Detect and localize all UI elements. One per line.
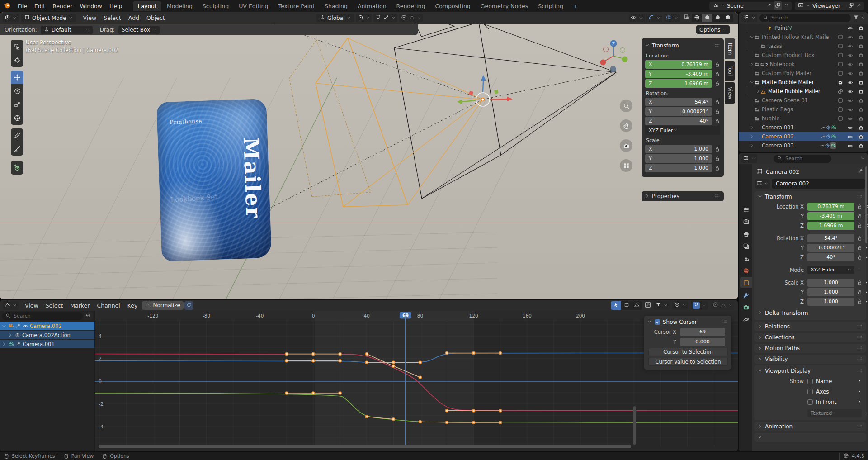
tool-cursor3d-button[interactable] xyxy=(11,53,23,67)
close-icon[interactable] xyxy=(856,3,861,9)
keyframe[interactable] xyxy=(392,365,395,367)
keyframe[interactable] xyxy=(499,409,502,412)
field-y[interactable]: -0.000021° xyxy=(807,244,854,252)
outliner-row-custom-poly-mailer[interactable]: Custom Poly Mailer xyxy=(739,69,868,78)
pivot-point-dropdown[interactable] xyxy=(356,14,372,22)
n-panel-tab-view[interactable]: View xyxy=(725,82,735,104)
field-z[interactable]: 1.6966 m xyxy=(807,222,854,230)
outliner-row-camera-002[interactable]: Camera.002 xyxy=(739,132,868,141)
copy-icon[interactable] xyxy=(774,1,782,10)
workspace-tab-uv-editing[interactable]: UV Editing xyxy=(234,1,273,11)
outliner-row-point[interactable]: Point xyxy=(739,24,868,33)
pin-icon[interactable] xyxy=(766,3,772,9)
properties-tab-world[interactable] xyxy=(740,265,752,276)
n-panel-tab-tool[interactable]: Tool xyxy=(725,61,735,80)
outliner-row-tazas[interactable]: tazas xyxy=(739,42,868,51)
keyframe[interactable] xyxy=(285,392,288,394)
checkbox-axes[interactable] xyxy=(807,389,813,394)
keyframe[interactable] xyxy=(312,392,315,394)
outliner-row-camera-scene-01[interactable]: Camera Scene 01 xyxy=(739,96,868,105)
workspace-tab-rendering[interactable]: Rendering xyxy=(392,1,430,11)
keyframe[interactable] xyxy=(285,360,288,362)
topbar-menu-window[interactable]: Window xyxy=(76,2,106,10)
display-as-dropdown[interactable]: Textured xyxy=(807,409,862,417)
workspace-tab-shading[interactable]: Shading xyxy=(320,1,352,11)
filter-toggle-button[interactable] xyxy=(84,312,93,320)
auto-normalize-refresh-button[interactable] xyxy=(184,301,193,310)
proportional-editing-controls[interactable] xyxy=(399,14,423,22)
graph-horizontal-scrollbar[interactable] xyxy=(99,445,631,448)
keyframe[interactable] xyxy=(312,352,315,355)
copy-icon[interactable] xyxy=(848,2,854,9)
keyframe[interactable] xyxy=(365,415,368,418)
graph-menu-view[interactable]: View xyxy=(21,301,42,310)
workspace-tab-layout[interactable]: Layout xyxy=(133,1,161,11)
properties-search[interactable] xyxy=(774,155,831,163)
orientation-dropdown[interactable]: Default xyxy=(41,26,93,34)
mode-dropdown[interactable]: Object Mode xyxy=(21,14,76,22)
field-mode[interactable]: XYZ Euler xyxy=(807,266,854,274)
box-select-tool-button[interactable] xyxy=(621,301,632,310)
value-field[interactable]: X0.76379 m xyxy=(645,60,712,69)
filter-dropdown[interactable] xyxy=(654,301,670,310)
properties-tab-object-data[interactable] xyxy=(740,302,752,313)
properties-tab-object[interactable] xyxy=(740,277,752,288)
field-z[interactable]: 1.000 xyxy=(807,298,854,306)
keyframe[interactable] xyxy=(419,361,421,364)
workspace-tab-sculpting[interactable]: Sculpting xyxy=(198,1,233,11)
keyframe[interactable] xyxy=(445,351,448,354)
properties-tab-output[interactable] xyxy=(740,228,752,239)
chevron-down-icon[interactable] xyxy=(861,15,865,21)
tool-transformT-button[interactable] xyxy=(11,111,23,125)
snap-dropdown[interactable] xyxy=(691,301,708,310)
cursor-to-selection-button[interactable]: Cursor to Selection xyxy=(648,348,728,356)
transform-panel-header[interactable]: Transform xyxy=(754,192,866,201)
cursor-y-field[interactable]: 0.000 xyxy=(680,338,725,346)
snap-controls[interactable] xyxy=(373,14,397,22)
tool-cubeAdd-button[interactable] xyxy=(11,161,23,175)
keyframe[interactable] xyxy=(499,421,502,424)
shading-wireframe-button[interactable] xyxy=(692,14,702,22)
properties-tab-constraints[interactable] xyxy=(740,289,752,300)
add-workspace-button[interactable]: + xyxy=(569,1,582,11)
keyframe[interactable] xyxy=(365,352,368,355)
field-z[interactable]: 40° xyxy=(807,253,854,261)
value-field[interactable]: Y-3.409 m xyxy=(645,70,712,78)
keyframe[interactable] xyxy=(339,392,341,394)
checkbox-in-front[interactable] xyxy=(807,399,813,405)
keyframe[interactable] xyxy=(499,351,502,354)
chevron-down-icon[interactable] xyxy=(647,319,652,325)
keyframe[interactable] xyxy=(285,352,288,355)
value-field[interactable]: Y-0.000021° xyxy=(645,107,712,116)
blend-tool-button[interactable] xyxy=(632,301,642,310)
viewport-ortho-button[interactable] xyxy=(620,159,632,172)
panel-grip-icon[interactable] xyxy=(714,42,720,50)
topbar-menu-help[interactable]: Help xyxy=(106,2,126,10)
outliner-row-matte-bubble-mailer[interactable]: Matte Bubble Mailer xyxy=(739,87,868,96)
rotation-mode-dropdown[interactable]: XYZ Euler xyxy=(645,126,720,135)
channel-search[interactable] xyxy=(2,312,83,320)
workspace-tab-geometry-nodes[interactable]: Geometry Nodes xyxy=(476,1,533,11)
proportional-editing-dropdown[interactable] xyxy=(711,301,734,310)
outliner-row-camera-001[interactable]: Camera.001 xyxy=(739,123,868,132)
viewport-zoom-button[interactable] xyxy=(620,100,632,112)
workspace-tab-scripting[interactable]: Scripting xyxy=(533,1,568,11)
field-rotation-x[interactable]: 54.4° xyxy=(807,234,854,242)
n-panel-properties-header[interactable]: Properties xyxy=(642,191,724,201)
keyframe[interactable] xyxy=(339,352,341,355)
tool-measure-button[interactable] xyxy=(11,142,23,156)
n-panel-tab-item[interactable]: Item xyxy=(725,38,735,59)
keyframe[interactable] xyxy=(339,360,341,362)
field-y[interactable]: 1.000 xyxy=(807,288,854,296)
outliner-search-input[interactable] xyxy=(770,14,847,21)
workspace-tab-compositing[interactable]: Compositing xyxy=(430,1,475,11)
tool-move-button[interactable] xyxy=(11,71,23,84)
outliner-row-printed-hollow-kraft-mailer-bo[interactable]: Printed Hollow Kraft Mailer Bo xyxy=(739,33,868,42)
editor-type-button[interactable] xyxy=(3,301,19,310)
graph-menu-select[interactable]: Select xyxy=(42,301,67,310)
panel-visibility[interactable]: Visibility xyxy=(754,355,866,364)
navigation-gizmo[interactable]: Z xyxy=(600,40,628,73)
viewport-canvas[interactable]: Z Printhouse Mailer Lookbook Set User Pe… xyxy=(0,24,738,299)
viewport-menu-object[interactable]: Object xyxy=(143,14,169,22)
keyframe[interactable] xyxy=(392,361,395,364)
